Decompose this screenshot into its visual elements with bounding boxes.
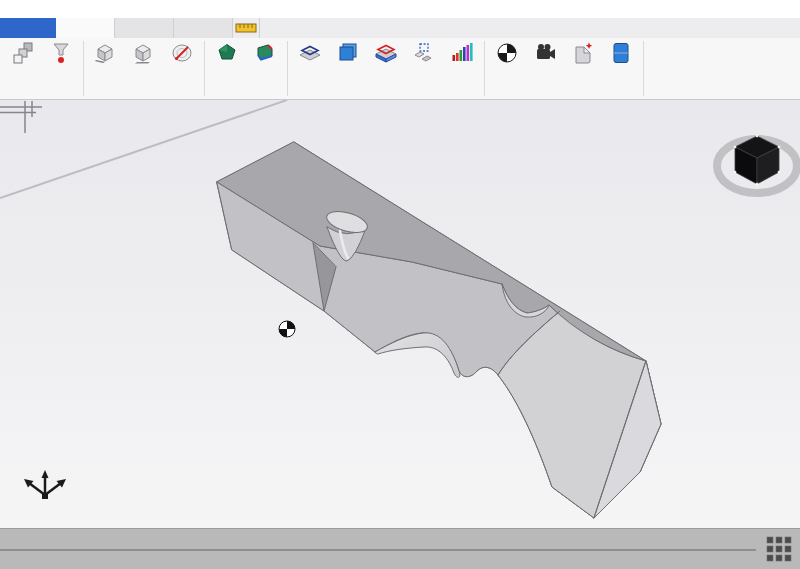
probe-point-button[interactable] [42, 39, 80, 66]
grid-icon[interactable] [766, 536, 792, 562]
ribbon-divider [484, 41, 485, 96]
axis-icon [170, 41, 194, 65]
rapids-button[interactable] [405, 39, 443, 66]
quality-button[interactable] [443, 39, 481, 66]
process-icon [609, 41, 633, 65]
group-label-part [488, 97, 640, 99]
ribbon-group-align [85, 38, 203, 99]
ribbon-group-part [486, 38, 642, 99]
bevel-button[interactable] [208, 39, 246, 66]
quick-bevel-button[interactable] [246, 39, 284, 66]
simulate-icon [533, 41, 557, 65]
group-label-bevel [208, 97, 284, 99]
status-separator [0, 549, 756, 551]
origin-corner-mark [0, 101, 42, 133]
align-button[interactable] [87, 39, 125, 66]
igems-logo [0, 18, 56, 38]
zero-point-marker [279, 321, 295, 337]
group-label-setup [4, 97, 80, 99]
tab-tools[interactable] [174, 18, 233, 38]
ribbon-divider [83, 41, 84, 96]
app-window [0, 0, 800, 569]
view-cube[interactable] [717, 135, 797, 193]
tab-bar [0, 18, 800, 39]
scene-svg [0, 100, 800, 528]
tab-cad[interactable] [115, 18, 174, 38]
z-height-cube-icon [132, 41, 156, 65]
zero-point-icon [495, 41, 519, 65]
group-label-align [87, 97, 201, 99]
tab-cam[interactable] [56, 18, 115, 38]
ribbon-group-setup [2, 38, 82, 99]
create-button[interactable] [564, 39, 602, 66]
curves-button[interactable] [291, 39, 329, 66]
canvas-viewport[interactable] [0, 100, 800, 528]
auto-icon [336, 41, 360, 65]
align-cube-icon [94, 41, 118, 65]
curves-icon [298, 41, 322, 65]
ribbon-group-bevel [206, 38, 286, 99]
toolpath-icon [374, 41, 398, 65]
ribbon-group-toolpaths [289, 38, 483, 99]
minimize-button[interactable] [698, 0, 732, 18]
zero-point-button[interactable] [488, 39, 526, 66]
ribbon [0, 38, 800, 100]
axis-button[interactable] [163, 39, 201, 66]
simulate-button[interactable] [526, 39, 564, 66]
quick-bevel-icon [253, 41, 277, 65]
close-button[interactable] [766, 0, 800, 18]
titlebar [0, 0, 800, 19]
maximize-button[interactable] [732, 0, 766, 18]
ribbon-divider [287, 41, 288, 96]
ruler-tab[interactable] [233, 18, 260, 38]
bevel-icon [215, 41, 239, 65]
select-button[interactable] [4, 39, 42, 66]
axis-triad [24, 470, 66, 499]
rapids-icon [412, 41, 436, 65]
toolpath-button[interactable] [367, 39, 405, 66]
ruler-icon [235, 21, 257, 35]
process-button[interactable] [602, 39, 640, 66]
auto-button[interactable] [329, 39, 367, 66]
quality-icon [450, 41, 474, 65]
select-icon [11, 41, 35, 65]
status-bar [0, 528, 800, 569]
group-label-toolpaths [291, 97, 481, 99]
window-controls [698, 0, 800, 18]
z-height-button[interactable] [125, 39, 163, 66]
ribbon-divider [204, 41, 205, 96]
probe-point-icon [49, 41, 73, 65]
ribbon-divider [643, 41, 644, 96]
create-icon [571, 41, 595, 65]
